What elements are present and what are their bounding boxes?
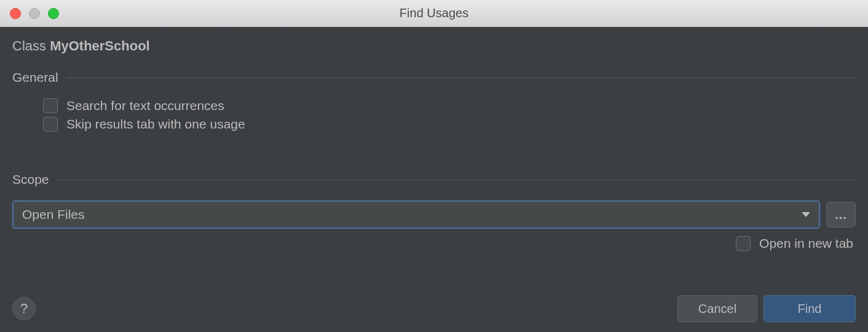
help-button[interactable]: ? — [12, 297, 36, 320]
class-prefix: Class — [12, 38, 50, 53]
search-text-occurrences-label: Search for text occurrences — [66, 98, 224, 113]
open-in-new-tab-checkbox[interactable] — [736, 236, 751, 251]
open-in-new-tab-row[interactable]: Open in new tab — [12, 236, 856, 251]
scope-row: Open Files ... — [12, 200, 856, 229]
class-header: Class MyOtherSchool — [12, 38, 856, 54]
skip-results-tab-checkbox[interactable] — [43, 117, 58, 132]
find-button-label: Find — [798, 302, 822, 316]
footer-buttons: Cancel Find — [677, 295, 856, 322]
scope-selected-value: Open Files — [22, 207, 85, 222]
search-text-occurrences-checkbox[interactable] — [43, 98, 58, 113]
chevron-down-icon — [802, 212, 810, 217]
scope-ellipsis-button[interactable]: ... — [826, 202, 856, 227]
close-window-button[interactable] — [10, 8, 21, 19]
open-in-new-tab-label: Open in new tab — [759, 236, 853, 251]
minimize-window-button[interactable] — [29, 8, 40, 19]
scope-label: Scope — [12, 172, 49, 187]
scope-select[interactable]: Open Files — [12, 200, 820, 229]
help-icon: ? — [20, 301, 28, 317]
scope-divider — [58, 180, 856, 180]
maximize-window-button[interactable] — [48, 8, 59, 19]
find-button[interactable]: Find — [763, 295, 856, 322]
general-section-header: General — [12, 70, 856, 85]
general-divider — [67, 77, 856, 78]
cancel-button[interactable]: Cancel — [677, 295, 757, 322]
skip-results-tab-row[interactable]: Skip results tab with one usage — [43, 117, 856, 132]
search-text-occurrences-row[interactable]: Search for text occurrences — [43, 98, 856, 113]
window-title: Find Usages — [0, 6, 868, 20]
ellipsis-icon: ... — [835, 208, 847, 222]
skip-results-tab-label: Skip results tab with one usage — [66, 117, 245, 132]
general-options: Search for text occurrences Skip results… — [12, 98, 856, 135]
dialog-content: Class MyOtherSchool General Search for t… — [0, 27, 868, 332]
titlebar[interactable]: Find Usages — [0, 0, 868, 27]
scope-section-header: Scope — [12, 172, 856, 187]
dialog-footer: ? Cancel Find — [12, 295, 856, 322]
traffic-lights — [10, 8, 59, 19]
general-label: General — [12, 70, 58, 85]
class-name: MyOtherSchool — [50, 38, 150, 53]
cancel-button-label: Cancel — [698, 302, 736, 316]
